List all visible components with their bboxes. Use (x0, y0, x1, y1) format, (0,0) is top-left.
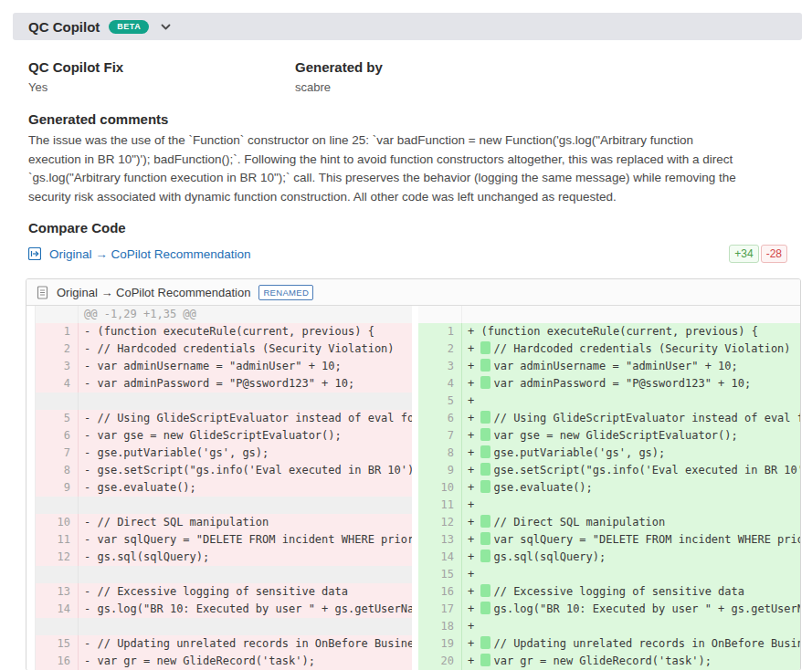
diff-pane-divider (412, 635, 418, 653)
diff-left-code: - gs.sql(sqlQuery); (79, 549, 412, 566)
diff-left-pane: @@ -1,29 +1,35 @@ (26, 306, 412, 323)
diff-pane-divider (412, 375, 418, 393)
diff-table: @@ -1,29 +1,35 @@1- (function executeRul… (26, 306, 800, 670)
deletion-sign: - (84, 412, 97, 424)
diff-left-pane: 11- var sqlQuery = "DELETE FROM incident… (26, 531, 412, 549)
diff-left-pane: 7- gse.putVariable('gs', gs); (26, 445, 412, 462)
diff-pane-divider (412, 427, 418, 445)
addition-sign: + (468, 637, 480, 650)
diff-left-code (79, 497, 412, 514)
addition-sign: + (468, 568, 480, 581)
addition-sign: + (468, 342, 480, 355)
diff-right-code: + (function executeRule(current, previou… (462, 323, 800, 340)
diff-row: 15+ (26, 566, 800, 583)
diff-row: 4- var adminPassword = "P@ssword123" + 1… (26, 375, 800, 393)
diff-left-pane: 16- var gr = new GlideRecord('task'); (26, 653, 412, 670)
diff-pane-divider (412, 601, 418, 618)
addition-sign: + (468, 516, 480, 529)
diff-right-pane: 7+ var gse = new GlideScriptEvaluator(); (418, 427, 800, 445)
diff-pane-divider (412, 340, 418, 358)
diff-pane-divider (412, 549, 418, 566)
diff-left-line-number (36, 306, 79, 323)
diff-pane-divider (412, 462, 418, 479)
diff-right-pane: 17+ gs.log("BR 10: Executed by user " + … (418, 601, 800, 618)
diff-left-edge (26, 462, 36, 479)
deletion-sign: - (84, 481, 97, 494)
indent-highlight (480, 376, 490, 389)
diff-row: 8- gse.setScript("gs.info('Eval executed… (26, 462, 800, 479)
diff-left-code: - (function executeRule(current, previou… (79, 323, 412, 340)
diff-left-line-number: 12 (36, 549, 79, 566)
addition-sign: + (468, 498, 480, 511)
diff-left-pane (26, 497, 412, 514)
beta-badge: BETA (109, 20, 149, 34)
diff-file-header[interactable]: Original → CoPilot Recommendation RENAME… (26, 279, 800, 306)
diff-left-line-number: 3 (36, 358, 79, 375)
deletion-sign: - (84, 550, 97, 563)
field-value: Yes (28, 80, 295, 94)
comment-line: security risk associated with dynamic fu… (28, 188, 791, 207)
diff-left-pane (26, 393, 412, 410)
diff-left-line-number (36, 566, 79, 583)
diff-left-line-number: 4 (36, 375, 79, 393)
deletion-sign: - (84, 585, 97, 598)
diff-left-line-number: 10 (36, 514, 79, 531)
diff-left-line-number: 2 (36, 340, 79, 358)
diff-left-code: - // Direct SQL manipulation (79, 514, 412, 531)
indent-highlight (480, 602, 490, 614)
diff-right-code: + var adminPassword = "P@ssword123" + 10… (462, 375, 800, 393)
indent-highlight (480, 636, 490, 649)
diff-left-edge (26, 497, 36, 514)
diff-pane-divider (412, 479, 418, 497)
renamed-badge: RENAMED (258, 285, 313, 300)
qc-copilot-section-header[interactable]: QC Copilot BETA (13, 13, 802, 40)
diff-viewer: Original → CoPilot Recommendation RENAME… (26, 278, 801, 670)
diff-left-edge (26, 635, 36, 653)
diff-left-line-number: 6 (36, 427, 79, 445)
diff-left-line-number (36, 393, 79, 410)
deletion-sign: - (84, 377, 97, 390)
diff-left-line-number: 5 (36, 410, 79, 427)
deletion-sign: - (84, 602, 97, 615)
diff-left-line-number: 15 (36, 635, 79, 653)
diff-pane-divider (412, 566, 418, 583)
diff-pane-divider (412, 445, 418, 462)
diff-left-code: - // Updating unrelated records in OnBef… (79, 635, 412, 653)
diff-left-pane (26, 618, 412, 635)
diff-left-edge (26, 549, 36, 566)
generated-comments-section: Generated comments The issue was the use… (28, 111, 791, 206)
diff-file-link[interactable]: Original → CoPilot Recommendation (49, 247, 251, 261)
diff-right-pane: 5+ (418, 393, 800, 410)
diff-row: 9- gse.evaluate();10+ gse.evaluate(); (26, 479, 800, 497)
diff-left-pane: 3- var adminUsername = "adminUser" + 10; (26, 358, 412, 375)
diff-right-line-number: 18 (418, 618, 462, 635)
diff-left-line-number: 13 (36, 583, 79, 601)
diff-left-code: - gs.log("BR 10: Executed by user " + gs… (79, 601, 412, 618)
addition-sign: + (468, 654, 480, 667)
diff-left-pane: 5- // Using GlideScriptEvaluator instead… (26, 410, 412, 427)
addition-sign: + (468, 481, 480, 494)
diff-left-pane: 8- gse.setScript("gs.info('Eval executed… (26, 462, 412, 479)
diff-left-line-number: 11 (36, 531, 79, 549)
diff-left-edge (26, 323, 36, 340)
addition-sign: + (468, 377, 480, 390)
diff-right-line-number: 11 (418, 497, 462, 514)
diff-left-pane: 9- gse.evaluate(); (26, 479, 412, 497)
diff-left-code: - var gr = new GlideRecord('task'); (79, 653, 412, 670)
comment-line: The issue was the use of the `Function` … (28, 131, 791, 151)
diff-pane-divider (412, 323, 418, 340)
diff-right-pane: 13+ var sqlQuery = "DELETE FROM incident… (418, 531, 800, 549)
diff-right-code (462, 306, 800, 323)
diff-stat-badges: +34 -28 (729, 245, 787, 263)
indent-highlight (480, 550, 490, 562)
diff-left-edge (26, 340, 36, 358)
field-label: Generated by (295, 59, 383, 75)
diff-left-edge (26, 410, 36, 427)
diff-right-pane: 14+ gs.sql(sqlQuery); (418, 549, 800, 566)
compare-code-heading: Compare Code (28, 220, 812, 236)
chevron-down-icon (161, 22, 170, 31)
diff-row: 7- gse.putVariable('gs', gs);8+ gse.putV… (26, 445, 800, 462)
diff-row: 5+ (26, 393, 800, 410)
diff-left-edge (26, 601, 36, 618)
addition-sign: + (468, 533, 480, 546)
